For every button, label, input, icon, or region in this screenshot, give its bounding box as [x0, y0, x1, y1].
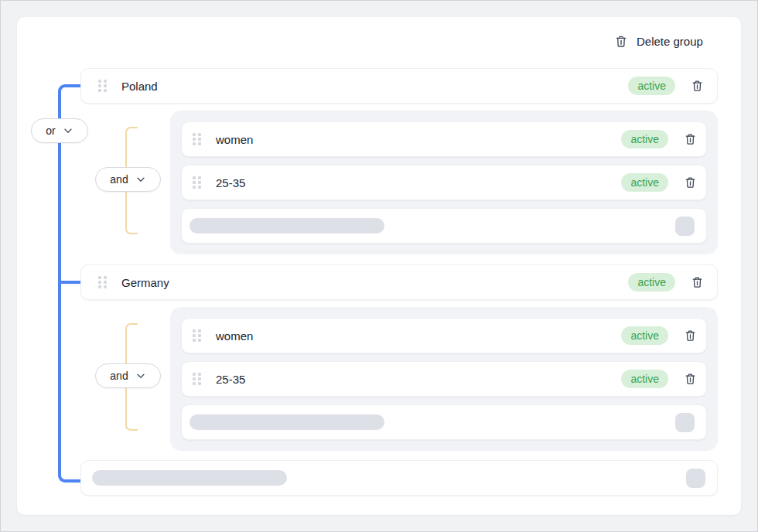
delete-condition-button[interactable]	[684, 176, 697, 189]
condition-row-germany: Germany active	[80, 264, 718, 300]
trash-icon	[691, 275, 704, 289]
delete-condition-button[interactable]	[691, 79, 704, 93]
chevron-down-icon	[63, 125, 73, 136]
status-badge: active	[621, 326, 668, 345]
or-connector-stub	[61, 281, 80, 284]
skeleton-bar	[92, 470, 287, 486]
condition-label: 25-35	[216, 176, 245, 189]
operator-and-dropdown-2[interactable]: and	[95, 363, 161, 388]
trash-icon	[684, 132, 697, 146]
drag-handle-icon[interactable]	[193, 373, 201, 385]
skeleton-square	[675, 413, 695, 432]
trash-icon	[691, 79, 704, 93]
status-badge: active	[628, 77, 675, 95]
delete-condition-button[interactable]	[684, 329, 697, 343]
operator-and-dropdown-1[interactable]: and	[95, 167, 161, 192]
status-badge: active	[621, 130, 668, 148]
condition-row-25-35: 25-35 active	[181, 165, 707, 200]
trash-icon	[614, 34, 628, 49]
operator-label: and	[110, 173, 128, 186]
delete-group-label: Delete group	[637, 35, 703, 48]
drag-handle-icon[interactable]	[193, 133, 201, 145]
placeholder-row	[80, 460, 718, 496]
status-badge: active	[628, 273, 675, 292]
drag-handle-icon[interactable]	[98, 80, 107, 92]
condition-row-women: women active	[181, 318, 707, 353]
skeleton-square	[686, 469, 705, 488]
trash-icon	[684, 329, 697, 343]
trash-icon	[684, 372, 697, 386]
condition-label: women	[216, 329, 253, 343]
condition-row-poland: Poland active	[80, 68, 718, 104]
condition-label: Poland	[121, 80, 158, 93]
chevron-down-icon	[135, 174, 146, 185]
drag-handle-icon[interactable]	[98, 276, 107, 288]
operator-label: or	[46, 124, 55, 137]
operator-or-dropdown[interactable]: or	[31, 118, 88, 143]
placeholder-row	[181, 208, 707, 244]
delete-condition-button[interactable]	[684, 372, 697, 386]
placeholder-row	[181, 404, 707, 440]
drag-handle-icon[interactable]	[193, 329, 201, 342]
condition-label: women	[216, 133, 253, 146]
status-badge: active	[621, 370, 668, 388]
condition-label: 25-35	[216, 373, 245, 386]
condition-label: Germany	[121, 276, 169, 289]
delete-condition-button[interactable]	[691, 275, 704, 289]
operator-label: and	[110, 370, 128, 382]
delete-condition-button[interactable]	[684, 132, 697, 146]
condition-row-25-35: 25-35 active	[181, 361, 707, 397]
condition-row-women: women active	[181, 121, 707, 157]
chevron-down-icon	[135, 370, 146, 381]
skeleton-bar	[190, 414, 384, 430]
skeleton-bar	[190, 218, 384, 234]
delete-group-button[interactable]: Delete group	[614, 30, 703, 52]
page-background: Delete group Poland active women active	[0, 0, 758, 532]
skeleton-square	[675, 217, 695, 236]
status-badge: active	[621, 173, 668, 192]
trash-icon	[684, 176, 697, 189]
drag-handle-icon[interactable]	[193, 176, 201, 189]
